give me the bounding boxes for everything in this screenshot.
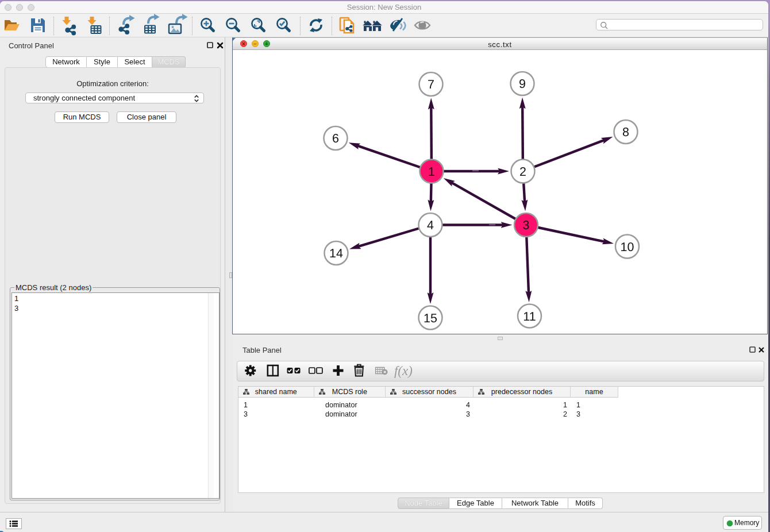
svg-text:11: 11: [523, 310, 536, 323]
svg-text:2: 2: [519, 165, 526, 179]
svg-text:7: 7: [428, 78, 434, 91]
svg-text:f(x): f(x): [394, 364, 413, 378]
svg-text:4: 4: [427, 218, 434, 232]
svg-text:9: 9: [519, 77, 526, 91]
svg-text:1: 1: [428, 165, 435, 179]
svg-text:8: 8: [622, 125, 629, 139]
svg-text:14: 14: [329, 246, 343, 260]
svg-text:10: 10: [621, 240, 634, 254]
svg-text:15: 15: [424, 311, 437, 325]
svg-text:6: 6: [332, 132, 339, 145]
svg-text:3: 3: [523, 218, 530, 232]
